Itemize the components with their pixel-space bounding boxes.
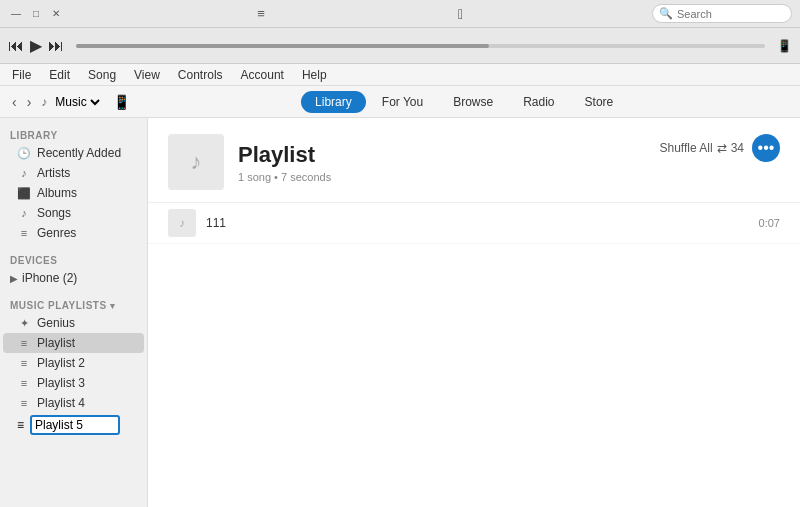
- library-section-title: Library: [0, 124, 147, 143]
- playlists-title-text: Music Playlists: [10, 300, 107, 311]
- menu-controls[interactable]: Controls: [170, 66, 231, 84]
- forward-button[interactable]: ›: [23, 92, 36, 112]
- apple-logo: : [458, 6, 463, 22]
- nav-tabs: Library For You Browse Radio Store: [301, 91, 627, 113]
- window-controls: — □ ✕: [8, 6, 64, 22]
- nav-music-select[interactable]: Music: [51, 94, 103, 110]
- sidebar-item-playlist2[interactable]: ≡ Playlist 2: [3, 353, 144, 373]
- tab-store[interactable]: Store: [571, 91, 628, 113]
- sidebar-item-artists[interactable]: ♪ Artists: [3, 163, 144, 183]
- menu-view[interactable]: View: [126, 66, 168, 84]
- playlist-actions: Shuffle All ⇄ 34 •••: [659, 134, 780, 162]
- genius-label: Genius: [37, 316, 75, 330]
- search-icon: 🔍: [659, 7, 673, 20]
- sidebar-item-playlist4[interactable]: ≡ Playlist 4: [3, 393, 144, 413]
- content-area: ♪ Playlist 1 song • 7 seconds Shuffle Al…: [148, 118, 800, 507]
- playlists-section-title[interactable]: Music Playlists ▾: [0, 294, 147, 313]
- playlist-info: ♪ Playlist 1 song • 7 seconds: [168, 134, 331, 190]
- playlist-art: ♪: [168, 134, 224, 190]
- recently-added-icon: 🕒: [17, 147, 31, 160]
- menu-help[interactable]: Help: [294, 66, 335, 84]
- playlist2-label: Playlist 2: [37, 356, 85, 370]
- more-icon: •••: [758, 139, 775, 157]
- nav-arrows: ‹ ›: [8, 92, 35, 112]
- sidebar: Library 🕒 Recently Added ♪ Artists ⬛ Alb…: [0, 118, 148, 507]
- menu-edit[interactable]: Edit: [41, 66, 78, 84]
- tab-radio[interactable]: Radio: [509, 91, 568, 113]
- phone-icon: 📱: [113, 94, 130, 110]
- nav-bar: ‹ › ♪ Music 📱 Library For You Browse Rad…: [0, 86, 800, 118]
- genres-label: Genres: [37, 226, 76, 240]
- playlist3-icon: ≡: [17, 377, 31, 389]
- playback-toolbar: ⏮ ▶ ⏭ 📱: [0, 28, 800, 64]
- playlist3-label: Playlist 3: [37, 376, 85, 390]
- playlists-collapse-icon: ▾: [110, 301, 116, 311]
- title-bar: — □ ✕ ≡  🔍: [0, 0, 800, 28]
- playlist-header: ♪ Playlist 1 song • 7 seconds Shuffle Al…: [148, 118, 800, 203]
- playlist-details: Playlist 1 song • 7 seconds: [238, 142, 331, 183]
- albums-icon: ⬛: [17, 187, 31, 200]
- song-note-icon: ♪: [179, 216, 185, 230]
- song-art: ♪: [168, 209, 196, 237]
- maximize-button[interactable]: □: [28, 6, 44, 22]
- menu-file[interactable]: File: [4, 66, 39, 84]
- albums-label: Albums: [37, 186, 77, 200]
- menu-account[interactable]: Account: [233, 66, 292, 84]
- devices-section-title: Devices: [0, 249, 147, 268]
- volume-button[interactable]: 📱: [777, 39, 792, 53]
- shuffle-button[interactable]: Shuffle All ⇄ 34: [659, 141, 744, 155]
- playlist5-icon: ≡: [17, 418, 24, 432]
- progress-bar[interactable]: [76, 44, 765, 48]
- list-view-icon[interactable]: ≡: [253, 6, 269, 22]
- sidebar-item-songs[interactable]: ♪ Songs: [3, 203, 144, 223]
- menu-bar: File Edit Song View Controls Account Hel…: [0, 64, 800, 86]
- sidebar-item-iphone[interactable]: ▶ iPhone (2): [0, 268, 147, 288]
- playlist-meta: 1 song • 7 seconds: [238, 171, 331, 183]
- artists-label: Artists: [37, 166, 70, 180]
- songs-label: Songs: [37, 206, 71, 220]
- minimize-button[interactable]: —: [8, 6, 24, 22]
- tab-library[interactable]: Library: [301, 91, 366, 113]
- table-row[interactable]: ♪ 111 0:07: [148, 203, 800, 244]
- progress-fill: [76, 44, 489, 48]
- search-input[interactable]: [677, 8, 785, 20]
- close-button[interactable]: ✕: [48, 6, 64, 22]
- playlist-label: Playlist: [37, 336, 75, 350]
- search-bar[interactable]: 🔍: [652, 4, 792, 23]
- recently-added-label: Recently Added: [37, 146, 121, 160]
- tab-for-you[interactable]: For You: [368, 91, 437, 113]
- playlist2-icon: ≡: [17, 357, 31, 369]
- sidebar-item-genius[interactable]: ✦ Genius: [3, 313, 144, 333]
- sidebar-item-playlist[interactable]: ≡ Playlist: [3, 333, 144, 353]
- sidebar-item-playlist3[interactable]: ≡ Playlist 3: [3, 373, 144, 393]
- music-note-icon: ♪: [191, 149, 202, 175]
- songs-icon: ♪: [17, 207, 31, 219]
- expand-arrow-icon: ▶: [10, 273, 18, 284]
- shuffle-label: Shuffle All: [659, 141, 712, 155]
- song-title: 111: [206, 216, 759, 230]
- song-list: ♪ 111 0:07: [148, 203, 800, 244]
- genres-icon: ≡: [17, 227, 31, 239]
- fast-forward-button[interactable]: ⏭: [48, 37, 64, 55]
- back-button[interactable]: ‹: [8, 92, 21, 112]
- playlist-icon: ≡: [17, 337, 31, 349]
- sidebar-item-playlist5-editing[interactable]: ≡: [3, 413, 144, 437]
- tab-browse[interactable]: Browse: [439, 91, 507, 113]
- main-layout: Library 🕒 Recently Added ♪ Artists ⬛ Alb…: [0, 118, 800, 507]
- shuffle-icon: ⇄: [717, 141, 727, 155]
- genius-icon: ✦: [17, 317, 31, 330]
- sidebar-item-recently-added[interactable]: 🕒 Recently Added: [3, 143, 144, 163]
- sidebar-item-genres[interactable]: ≡ Genres: [3, 223, 144, 243]
- playlist5-name-input[interactable]: [30, 415, 120, 435]
- song-duration: 0:07: [759, 217, 780, 229]
- nav-music-label: ♪ Music: [41, 94, 103, 110]
- play-button[interactable]: ▶: [30, 36, 42, 55]
- rewind-button[interactable]: ⏮: [8, 37, 24, 55]
- shuffle-count: 34: [731, 141, 744, 155]
- playlist-title: Playlist: [238, 142, 331, 168]
- menu-song[interactable]: Song: [80, 66, 124, 84]
- more-options-button[interactable]: •••: [752, 134, 780, 162]
- iphone-label: iPhone (2): [22, 271, 77, 285]
- sidebar-item-albums[interactable]: ⬛ Albums: [3, 183, 144, 203]
- playlist4-icon: ≡: [17, 397, 31, 409]
